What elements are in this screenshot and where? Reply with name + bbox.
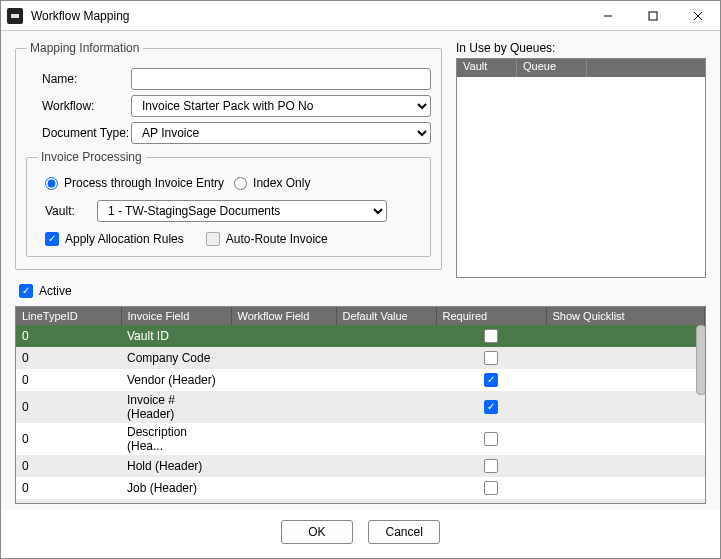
mapping-info-legend: Mapping Information xyxy=(26,41,143,55)
invoice-processing-group: Invoice Processing Process through Invoi… xyxy=(26,150,431,257)
required-checkbox[interactable] xyxy=(484,503,498,504)
ok-button[interactable]: OK xyxy=(281,520,353,544)
queues-header: Vault Queue xyxy=(457,59,705,77)
table-row[interactable]: 0Invoice # (Header) xyxy=(16,391,705,423)
field-mapping-grid[interactable]: LineTypeID Invoice Field Workflow Field … xyxy=(15,306,706,504)
name-label: Name: xyxy=(26,72,131,86)
col-required[interactable]: Required xyxy=(436,307,546,325)
apply-allocation-label: Apply Allocation Rules xyxy=(65,232,184,246)
workflow-label: Workflow: xyxy=(26,99,131,113)
index-only-label: Index Only xyxy=(253,176,310,190)
queues-list[interactable]: Vault Queue xyxy=(456,58,706,278)
required-checkbox[interactable] xyxy=(484,329,498,343)
svg-rect-2 xyxy=(649,12,657,20)
table-row[interactable]: 0Phase (Header) xyxy=(16,499,705,504)
cancel-button[interactable]: Cancel xyxy=(368,520,440,544)
index-only-radio[interactable]: Index Only xyxy=(234,176,310,190)
minimize-button[interactable] xyxy=(585,1,630,31)
doctype-label: Document Type: xyxy=(26,126,131,140)
table-row[interactable]: 0Job (Header) xyxy=(16,477,705,499)
window-title: Workflow Mapping xyxy=(31,9,129,23)
mapping-info-group: Mapping Information Name: Workflow: Invo… xyxy=(15,41,442,270)
name-input[interactable] xyxy=(131,68,431,90)
queues-label: In Use by Queues: xyxy=(456,41,706,55)
queues-col-queue[interactable]: Queue xyxy=(517,59,587,77)
minimize-icon xyxy=(603,11,613,21)
maximize-icon xyxy=(648,11,658,21)
process-through-entry-label: Process through Invoice Entry xyxy=(64,176,224,190)
required-checkbox[interactable] xyxy=(484,400,498,414)
grid-scrollbar[interactable] xyxy=(696,325,706,395)
content-area: Mapping Information Name: Workflow: Invo… xyxy=(1,31,720,510)
col-default-value[interactable]: Default Value xyxy=(336,307,436,325)
required-checkbox[interactable] xyxy=(484,373,498,387)
table-row[interactable]: 0Vault ID xyxy=(16,325,705,347)
dialog-buttons: OK Cancel xyxy=(1,510,720,558)
auto-route-label: Auto-Route Invoice xyxy=(226,232,328,246)
workflow-mapping-window: Workflow Mapping Mapping Information Nam… xyxy=(0,0,721,559)
close-button[interactable] xyxy=(675,1,720,31)
titlebar: Workflow Mapping xyxy=(1,1,720,31)
close-icon xyxy=(693,11,703,21)
col-workflow-field[interactable]: Workflow Field xyxy=(231,307,336,325)
svg-rect-0 xyxy=(11,14,19,18)
active-checkbox[interactable] xyxy=(19,284,33,298)
apply-allocation-checkbox[interactable] xyxy=(45,232,59,246)
table-row[interactable]: 0Hold (Header) xyxy=(16,455,705,477)
col-linetypeid[interactable]: LineTypeID xyxy=(16,307,121,325)
col-show-quicklist[interactable]: Show Quicklist xyxy=(546,307,705,325)
required-checkbox[interactable] xyxy=(484,432,498,446)
auto-route-checkbox[interactable] xyxy=(206,232,220,246)
required-checkbox[interactable] xyxy=(484,481,498,495)
required-checkbox[interactable] xyxy=(484,459,498,473)
table-row[interactable]: 0Description (Hea... xyxy=(16,423,705,455)
doctype-select[interactable]: AP Invoice xyxy=(131,122,431,144)
invoice-processing-legend: Invoice Processing xyxy=(37,150,146,164)
queues-col-vault[interactable]: Vault xyxy=(457,59,517,77)
required-checkbox[interactable] xyxy=(484,351,498,365)
app-icon xyxy=(7,8,23,24)
workflow-select[interactable]: Invoice Starter Pack with PO No xyxy=(131,95,431,117)
col-invoice-field[interactable]: Invoice Field xyxy=(121,307,231,325)
process-through-entry-radio[interactable]: Process through Invoice Entry xyxy=(45,176,224,190)
vault-select[interactable]: 1 - TW-StagingSage Documents xyxy=(97,200,387,222)
vault-label: Vault: xyxy=(37,204,97,218)
maximize-button[interactable] xyxy=(630,1,675,31)
active-label: Active xyxy=(39,284,72,298)
table-row[interactable]: 0Company Code xyxy=(16,347,705,369)
table-row[interactable]: 0Vendor (Header) xyxy=(16,369,705,391)
